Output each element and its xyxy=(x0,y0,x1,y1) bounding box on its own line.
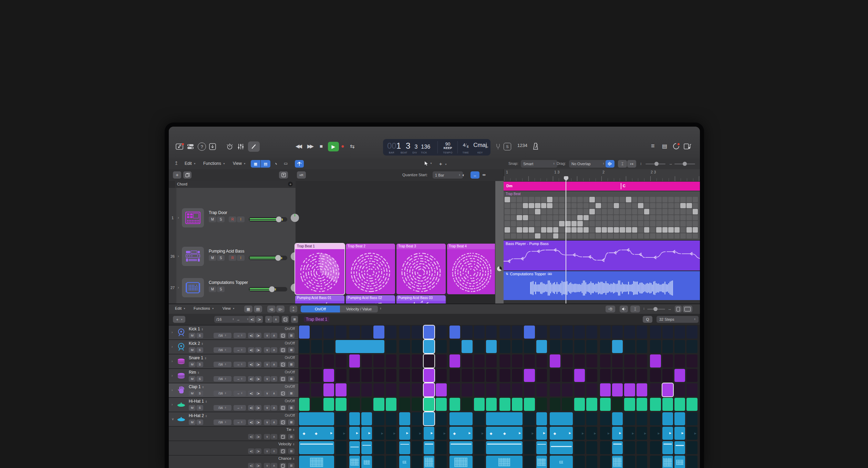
pointer-tool-menu[interactable]: ▼ xyxy=(424,161,432,166)
snap-select[interactable]: Smart⇕ xyxy=(521,160,557,168)
step-cell[interactable] xyxy=(299,369,310,382)
step-cell[interactable] xyxy=(349,398,360,411)
subrow-randomize-button[interactable] xyxy=(280,434,286,439)
row-rate-stepper[interactable]: /16 ⇕ xyxy=(214,347,231,353)
row-rotate-stepper[interactable]: → ⇕ xyxy=(234,391,246,396)
loop-cell[interactable]: Trap Beat 2 xyxy=(346,244,395,294)
step-cell[interactable] xyxy=(650,354,661,368)
row-clear-button[interactable]: ⊠ xyxy=(288,333,294,338)
row-solo-button[interactable]: S xyxy=(196,333,203,338)
seq-view-menu[interactable]: View▼ xyxy=(223,306,235,310)
step-cell[interactable] xyxy=(536,383,547,396)
row-mute-button[interactable]: M xyxy=(189,376,196,382)
row-decrease-button[interactable]: ∨ xyxy=(264,391,270,396)
step-cell[interactable] xyxy=(637,456,647,468)
step-cell[interactable] xyxy=(386,340,396,353)
step-cell[interactable] xyxy=(299,398,310,411)
seq-increase-button[interactable]: ∧ xyxy=(272,316,279,323)
row-shift-left-button[interactable]: ◂▯ xyxy=(248,391,255,396)
step-cell[interactable] xyxy=(650,441,661,454)
row-shift-left-button[interactable]: ◂▯ xyxy=(248,405,255,411)
window-half-button[interactable] xyxy=(675,306,682,312)
row-rate-stepper[interactable]: /16 ⇕ xyxy=(214,333,231,338)
step-cell[interactable] xyxy=(462,340,472,353)
seq-add-row-button[interactable]: ＋▼ xyxy=(173,316,185,323)
step-cell[interactable] xyxy=(323,354,334,368)
track-name[interactable]: Pumping Acid Bass xyxy=(209,249,244,254)
step-cell[interactable] xyxy=(650,383,661,396)
seq-zoom-slider[interactable]: ↕ xyxy=(643,307,665,311)
step-onoff-toggle-icon[interactable]: xo xyxy=(290,306,297,312)
row-decrease-button[interactable]: ∨ xyxy=(264,362,270,367)
step-cell[interactable] xyxy=(662,354,673,368)
row-increase-button[interactable]: ∧ xyxy=(271,347,277,353)
media-browser-icon[interactable] xyxy=(176,143,184,150)
row-randomize-button[interactable] xyxy=(280,333,286,338)
expand-cells-button[interactable]: ↔ xyxy=(471,171,479,179)
step-cell[interactable] xyxy=(686,354,697,368)
step-cell[interactable] xyxy=(686,441,697,454)
step-cell[interactable] xyxy=(674,354,685,368)
step-cell[interactable] xyxy=(600,369,611,382)
row-randomize-button[interactable] xyxy=(280,376,286,382)
step-cell[interactable] xyxy=(562,340,572,353)
divider-pie-icon[interactable] xyxy=(497,266,502,271)
edit-mode-stepper[interactable]: ⇕ xyxy=(380,307,382,310)
step-cell[interactable] xyxy=(524,354,535,368)
step-cell[interactable] xyxy=(524,441,535,454)
seq-randomize-button[interactable] xyxy=(282,316,289,323)
subrow-label[interactable]: Velocity ⇕ xyxy=(278,442,295,446)
step-cell[interactable] xyxy=(412,369,422,382)
step-cell[interactable] xyxy=(650,340,661,353)
step-cell[interactable] xyxy=(323,369,334,382)
seq-row-header-kick-1[interactable]: ›Kick 1 ⇕On/OffMS/16 ⇕→ ⇕◂▯▯▸∨∧⊠ xyxy=(169,326,298,340)
subrow-clear-button[interactable]: ⊠ xyxy=(288,463,294,468)
divider-link-icon[interactable]: ⇹ xyxy=(482,172,486,177)
step-cell[interactable] xyxy=(600,326,611,339)
step-cell[interactable] xyxy=(299,383,310,396)
play-button[interactable]: ▶ xyxy=(328,142,339,151)
row-clear-button[interactable]: ⊠ xyxy=(288,405,294,411)
row-randomize-button[interactable] xyxy=(280,362,286,367)
pattern-region-trap-beat[interactable]: Trap Beat xyxy=(504,191,700,241)
step-cell[interactable] xyxy=(412,354,422,368)
row-shift-left-button[interactable]: ◂▯ xyxy=(248,333,255,338)
step-cell[interactable] xyxy=(600,398,611,411)
subrow-label[interactable]: Tie ⇕ xyxy=(286,427,295,432)
chord-add-icon[interactable]: ＋ xyxy=(288,182,293,187)
vertical-zoom-slider[interactable]: ↕ xyxy=(640,161,666,166)
row-solo-button[interactable]: S xyxy=(196,391,203,396)
step-cell[interactable] xyxy=(486,340,497,353)
library-toggle-icon[interactable] xyxy=(187,143,195,150)
step-cell[interactable] xyxy=(450,398,460,411)
step-cell[interactable] xyxy=(486,383,497,396)
step-cell[interactable] xyxy=(424,340,434,353)
subrow-label[interactable]: Chance ⇕ xyxy=(278,456,295,460)
step-cell[interactable] xyxy=(524,326,535,339)
step-cell[interactable] xyxy=(686,326,697,339)
step-cell[interactable] xyxy=(486,369,497,382)
step-cell[interactable] xyxy=(349,456,360,468)
step-cell[interactable] xyxy=(524,383,535,396)
step-cell[interactable] xyxy=(574,398,585,411)
joint-tool-icon[interactable]: ⌁ xyxy=(273,161,279,166)
step-cell[interactable] xyxy=(662,427,673,440)
step-cell[interactable] xyxy=(311,369,322,382)
step-cell[interactable] xyxy=(474,456,485,468)
step-cell[interactable] xyxy=(323,326,334,339)
step-cell[interactable] xyxy=(586,340,597,353)
step-cell[interactable] xyxy=(586,456,597,468)
row-rotate-stepper[interactable]: → ⇕ xyxy=(234,347,246,353)
step-cell[interactable] xyxy=(586,398,597,411)
step-cell[interactable] xyxy=(373,369,384,382)
volume-knob[interactable] xyxy=(276,216,282,222)
row-clear-button[interactable]: ⊠ xyxy=(288,391,294,396)
step-cell[interactable] xyxy=(650,326,661,339)
step-cell[interactable] xyxy=(412,441,422,454)
step-cell[interactable] xyxy=(311,326,322,339)
drum-machine-icon[interactable] xyxy=(182,208,204,227)
subrow-increase-button[interactable]: ∧ xyxy=(271,434,277,439)
step-cell[interactable] xyxy=(624,340,635,353)
count-in-button[interactable]: 1234 xyxy=(517,143,527,148)
seq-row-header-hi-hat-2[interactable]: ∨Hi-Hat 2 ⇕On/OffMS/16 ⇕→ ⇕◂▯▯▸∨∧⊠ xyxy=(169,412,298,426)
